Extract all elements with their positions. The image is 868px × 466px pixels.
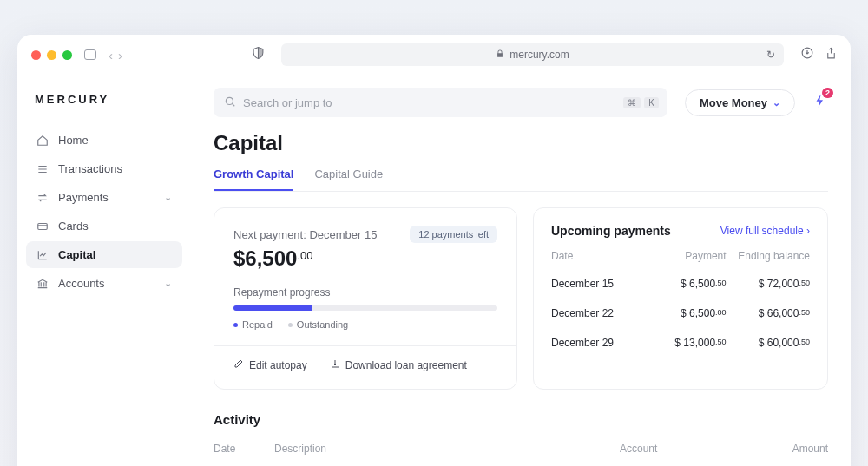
browser-chrome: ‹ › mercury.com ↻ xyxy=(17,35,851,75)
bank-icon xyxy=(36,278,49,290)
sidebar-item-label: Payments xyxy=(58,191,108,204)
back-icon[interactable]: ‹ xyxy=(108,48,113,62)
card-icon xyxy=(36,220,49,233)
edit-icon xyxy=(233,358,244,371)
zoom-dot[interactable] xyxy=(62,50,72,60)
url-host: mercury.com xyxy=(510,49,569,61)
sidebar-toggle-icon[interactable] xyxy=(84,49,96,60)
upcoming-row: December 15 $ 6,500.50 $ 72,000.50 xyxy=(551,269,810,299)
activity-row[interactable]: Jul 7 Auto-deposit Main Checking $100,00… xyxy=(214,460,828,466)
sidebar-item-capital[interactable]: Capital xyxy=(26,241,182,268)
repayment-progress-label: Repayment progress xyxy=(233,286,497,299)
download-agreement-button[interactable]: Download loan agreement xyxy=(330,358,467,371)
sidebar-item-label: Cards xyxy=(58,220,89,233)
keyboard-hint: ⌘ K xyxy=(623,97,659,108)
sidebar-item-label: Capital xyxy=(58,248,95,261)
sidebar-item-home[interactable]: Home xyxy=(26,127,182,154)
traffic-lights xyxy=(31,50,72,60)
upcoming-title: Upcoming payments xyxy=(551,224,671,238)
search-icon xyxy=(224,95,236,110)
sidebar-item-label: Home xyxy=(58,134,89,147)
chart-icon xyxy=(36,249,49,261)
transfer-icon xyxy=(36,192,49,204)
repayment-progress-bar xyxy=(233,305,497,311)
sidebar: MERCURY Home Transactions Payments ⌄ Car… xyxy=(17,75,191,466)
progress-legend: Repaid Outstanding xyxy=(233,319,497,330)
chevron-down-icon: ⌄ xyxy=(773,97,780,108)
move-money-button[interactable]: Move Money ⌄ xyxy=(685,89,795,116)
privacy-shield-icon[interactable] xyxy=(253,47,264,62)
main-content: Search or jump to ⌘ K Move Money ⌄ 2 Cap… xyxy=(191,75,851,466)
sidebar-item-label: Transactions xyxy=(58,162,122,175)
sidebar-item-accounts[interactable]: Accounts ⌄ xyxy=(26,270,182,297)
sidebar-item-label: Accounts xyxy=(58,277,104,290)
col-date: Date xyxy=(551,250,650,262)
svg-point-2 xyxy=(226,97,233,104)
app-frame: MERCURY Home Transactions Payments ⌄ Car… xyxy=(17,75,851,466)
upcoming-row: December 29 $ 13,000.50 $ 60,000.50 xyxy=(551,328,810,358)
chevron-down-icon: ⌄ xyxy=(164,192,172,203)
payments-left-pill: 12 payments left xyxy=(410,226,497,243)
minimize-dot[interactable] xyxy=(47,50,56,60)
list-icon xyxy=(36,163,49,175)
upcoming-row: December 22 $ 6,500.00 $ 66,000.50 xyxy=(551,299,810,328)
refresh-icon[interactable]: ↻ xyxy=(766,49,775,61)
home-icon xyxy=(36,135,49,147)
lock-icon xyxy=(496,49,504,61)
edit-autopay-button[interactable]: Edit autopay xyxy=(233,358,307,371)
tabs: Growth Capital Capital Guide xyxy=(214,167,828,192)
sidebar-item-payments[interactable]: Payments ⌄ xyxy=(26,184,182,211)
share-icon[interactable] xyxy=(825,47,837,62)
forward-icon[interactable]: › xyxy=(118,48,122,62)
activity-header: Date Description Account Amount xyxy=(214,437,828,460)
view-full-schedule-link[interactable]: View full schedule › xyxy=(720,225,810,237)
activity-title: Activity xyxy=(214,412,828,427)
tab-capital-guide[interactable]: Capital Guide xyxy=(314,167,383,191)
url-bar[interactable]: mercury.com ↻ xyxy=(281,43,784,66)
download-icon[interactable] xyxy=(801,47,813,62)
sidebar-item-transactions[interactable]: Transactions xyxy=(26,155,182,182)
brand-logo: MERCURY xyxy=(26,88,182,127)
notification-badge: 2 xyxy=(822,88,833,98)
svg-rect-1 xyxy=(38,223,48,229)
search-input[interactable]: Search or jump to ⌘ K xyxy=(214,88,667,117)
tab-growth-capital[interactable]: Growth Capital xyxy=(214,167,293,191)
next-payment-label: Next payment: December 15 xyxy=(233,228,377,241)
next-payment-card: Next payment: December 15 12 payments le… xyxy=(214,207,517,390)
topbar: Search or jump to ⌘ K Move Money ⌄ 2 xyxy=(214,88,828,117)
close-dot[interactable] xyxy=(31,50,41,60)
next-payment-amount: $6,500.00 xyxy=(233,246,497,271)
upcoming-payments-card: Upcoming payments View full schedule › D… xyxy=(533,207,828,390)
browser-window: ‹ › mercury.com ↻ MERCURY Hom xyxy=(17,35,851,466)
chevron-down-icon: ⌄ xyxy=(164,278,172,289)
search-placeholder: Search or jump to xyxy=(243,96,332,109)
sidebar-item-cards[interactable]: Cards xyxy=(26,213,182,240)
col-payment: Payment xyxy=(650,250,727,262)
col-balance: Ending balance xyxy=(727,250,810,262)
download-icon xyxy=(330,358,340,371)
move-money-label: Move Money xyxy=(700,96,767,109)
notifications-button[interactable]: 2 xyxy=(812,93,828,112)
page-title: Capital xyxy=(214,131,828,155)
